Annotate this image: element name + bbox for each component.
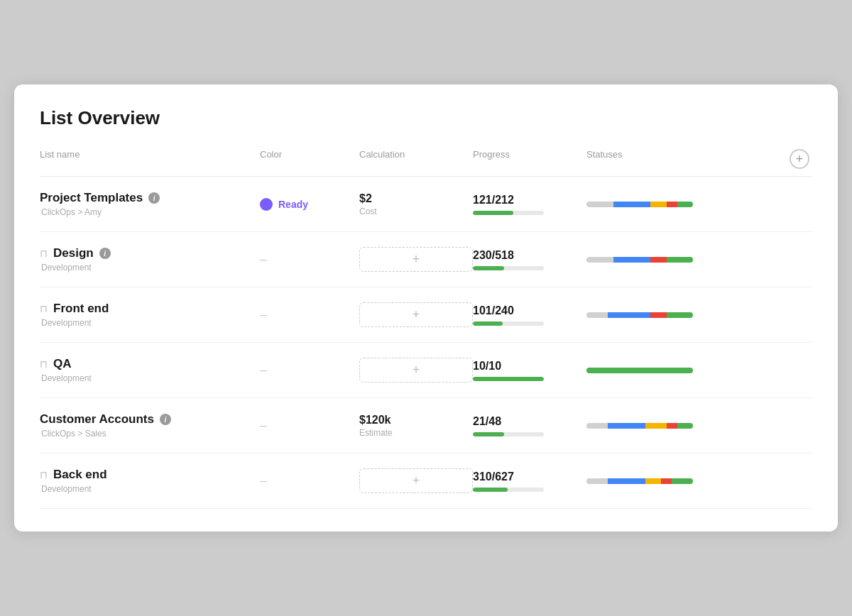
status-segment [608, 312, 650, 318]
col-statuses: Statuses [586, 149, 787, 169]
list-name-row: Customer Accountsi [40, 412, 260, 427]
list-name-text[interactable]: QA [53, 357, 72, 371]
progress-bar-background [473, 211, 544, 215]
calc-label: Estimate [359, 428, 473, 438]
list-name-cell: ⊓Back endDevelopment [40, 468, 260, 494]
calc-value: $120k [359, 414, 473, 427]
folder-icon: ⊓ [40, 469, 48, 480]
list-name-text[interactable]: Front end [53, 302, 109, 316]
page-title: List Overview [40, 107, 812, 129]
color-dash[interactable]: – [260, 307, 267, 322]
color-dash[interactable]: – [260, 418, 267, 433]
status-segment [586, 312, 608, 318]
info-icon[interactable]: i [160, 414, 171, 425]
progress-text: 101/240 [473, 304, 586, 317]
status-segment [613, 202, 651, 207]
progress-text: 121/212 [473, 194, 586, 207]
status-segment [645, 478, 662, 484]
status-segment [667, 257, 694, 263]
status-segment [661, 478, 672, 484]
color-dash[interactable]: – [260, 363, 267, 378]
status-bar [586, 368, 693, 373]
color-dash[interactable]: – [260, 252, 267, 267]
progress-bar-background [473, 432, 544, 436]
add-calculation-button[interactable]: + [359, 468, 473, 493]
progress-text: 10/10 [473, 360, 586, 373]
list-name-text[interactable]: Design [53, 246, 94, 260]
progress-text: 310/627 [473, 471, 586, 483]
list-overview-card: List Overview List name Color Calculatio… [14, 84, 838, 532]
calculation-cell: + [359, 468, 473, 493]
list-breadcrumb: Development [40, 373, 260, 383]
table-row: ⊓Back endDevelopment–+310/627 [40, 453, 812, 509]
progress-text: 21/48 [473, 415, 586, 428]
status-segment [586, 478, 608, 484]
list-name-cell: Project TemplatesiClickOps > Amy [40, 191, 260, 217]
progress-cell: 230/518 [473, 249, 586, 270]
statuses-cell [586, 202, 787, 207]
color-cell: – [260, 307, 359, 322]
calc-value: $2 [359, 192, 473, 205]
list-name-text[interactable]: Back end [53, 468, 107, 482]
col-progress: Progress [473, 149, 586, 169]
status-segment [677, 202, 694, 207]
status-segment [586, 257, 613, 263]
color-cell: Ready [260, 198, 359, 211]
progress-bar-background [473, 377, 544, 381]
calc-label: Cost [359, 207, 473, 216]
status-segment [672, 478, 693, 484]
list-name-cell: ⊓Front endDevelopment [40, 302, 260, 328]
table-row: ⊓DesigniDevelopment–+230/518 [40, 232, 812, 287]
progress-bar-background [473, 488, 544, 492]
status-segment [650, 312, 667, 318]
col-color: Color [260, 149, 359, 169]
calculation-cell: $2Cost [359, 192, 473, 216]
status-segment [677, 423, 694, 429]
add-calculation-button[interactable]: + [359, 358, 473, 383]
progress-cell: 10/10 [473, 360, 586, 381]
list-name-cell: Customer AccountsiClickOps > Sales [40, 412, 260, 439]
list-breadcrumb: ClickOps > Amy [40, 207, 260, 217]
list-name-cell: ⊓DesigniDevelopment [40, 246, 260, 273]
statuses-cell [586, 423, 787, 429]
progress-cell: 121/212 [473, 194, 586, 215]
status-bar [586, 312, 693, 318]
col-list-name: List name [40, 149, 260, 169]
calculation-cell: + [359, 358, 473, 383]
list-name-row: ⊓QA [40, 357, 260, 371]
progress-bar-fill [473, 377, 544, 381]
info-icon[interactable]: i [148, 192, 160, 204]
status-segment [650, 202, 667, 207]
table-row: ⊓QADevelopment–+10/10 [40, 343, 812, 398]
add-calculation-button[interactable]: + [359, 302, 473, 327]
table-row: Customer AccountsiClickOps > Sales–$120k… [40, 398, 812, 453]
list-name-text[interactable]: Customer Accounts [40, 412, 154, 427]
info-icon[interactable]: i [99, 248, 111, 259]
progress-bar-fill [473, 266, 504, 270]
table-header: List name Color Calculation Progress Sta… [40, 149, 812, 177]
statuses-cell [586, 368, 787, 373]
list-name-cell: ⊓QADevelopment [40, 357, 260, 383]
status-segment [608, 478, 645, 484]
add-list-button[interactable]: + [790, 149, 809, 169]
progress-bar-background [473, 266, 544, 270]
list-name-row: ⊓Designi [40, 246, 260, 260]
add-calculation-button[interactable]: + [359, 247, 473, 272]
list-name-text[interactable]: Project Templates [40, 191, 143, 205]
list-name-row: Project Templatesi [40, 191, 260, 205]
progress-cell: 101/240 [473, 304, 586, 326]
status-bar [586, 423, 693, 429]
color-dot[interactable] [260, 198, 273, 211]
status-segment [613, 257, 651, 263]
list-breadcrumb: Development [40, 263, 260, 273]
status-segment [667, 202, 677, 207]
progress-text: 230/518 [473, 249, 586, 262]
color-cell: – [260, 252, 359, 267]
list-breadcrumb: Development [40, 484, 260, 494]
color-dash[interactable]: – [260, 473, 267, 488]
status-segment [667, 312, 694, 318]
progress-cell: 21/48 [473, 415, 586, 436]
status-segment [608, 423, 645, 429]
color-cell: – [260, 418, 359, 433]
folder-icon: ⊓ [40, 358, 48, 370]
